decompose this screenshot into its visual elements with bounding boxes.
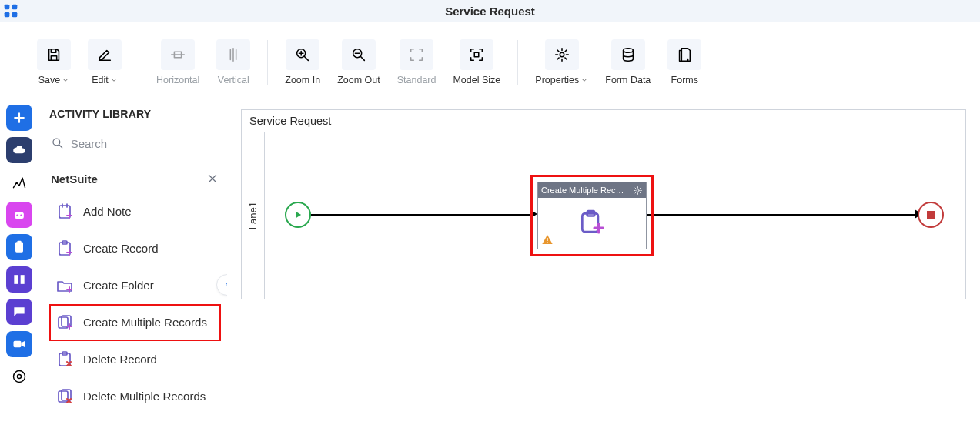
frame-icon <box>400 39 433 70</box>
warning-icon <box>541 233 554 246</box>
end-node[interactable] <box>918 202 944 228</box>
flow-connector <box>311 214 533 216</box>
svg-point-6 <box>560 52 564 57</box>
lane-content[interactable]: Create Multiple Reco... <box>265 132 965 299</box>
zoom-in-button[interactable]: Zoom In <box>279 36 326 89</box>
model-size-icon <box>460 39 493 70</box>
activity-label: Delete Multiple Records <box>83 390 206 404</box>
analytics-icon <box>12 175 27 190</box>
process-title: Service Request <box>242 110 965 132</box>
svg-point-17 <box>17 375 21 379</box>
stop-icon <box>927 211 935 219</box>
flow-connector <box>642 214 918 216</box>
activity-add-note[interactable]: Add Note <box>49 193 221 230</box>
multi-record-add-icon <box>577 209 607 238</box>
align-vertical-button: Vertical <box>210 36 256 89</box>
form-data-button[interactable]: Form Data <box>599 36 657 89</box>
svg-point-28 <box>637 189 639 191</box>
svg-point-10 <box>20 215 22 217</box>
forms-icon <box>667 39 701 70</box>
align-vertical-icon <box>216 39 250 70</box>
page-title: Service Request <box>445 5 535 18</box>
chat-icon <box>12 304 27 320</box>
process-canvas[interactable]: Service Request Lane1 Create Multiple Re <box>227 95 980 435</box>
svg-rect-11 <box>15 242 23 252</box>
save-icon <box>37 39 71 70</box>
rail-analytics-button[interactable] <box>6 169 32 196</box>
play-icon <box>293 209 303 220</box>
gear-icon[interactable] <box>633 186 643 196</box>
cloud-icon <box>12 142 27 158</box>
plus-icon <box>12 110 27 125</box>
activity-library-sidebar: ACTIVITY LIBRARY NetSuite Add Note Creat… <box>38 95 227 435</box>
chevron-down-icon <box>580 76 588 84</box>
activity-node-title: Create Multiple Reco... <box>541 186 626 195</box>
save-button[interactable]: Save <box>31 36 77 89</box>
category-name: NetSuite <box>51 172 98 186</box>
gear-icon <box>545 39 579 70</box>
svg-point-7 <box>623 48 633 52</box>
properties-button[interactable]: Properties <box>529 36 594 89</box>
activity-label: Delete Record <box>83 353 157 367</box>
bot-icon <box>12 207 27 223</box>
svg-rect-8 <box>15 212 24 219</box>
record-delete-icon <box>55 350 74 369</box>
svg-rect-3 <box>12 12 18 18</box>
gear-icon <box>12 369 27 384</box>
multi-record-add-icon <box>55 313 74 332</box>
activity-delete-record[interactable]: Delete Record <box>49 341 221 378</box>
rail-bot-button[interactable] <box>6 202 32 228</box>
note-add-icon <box>55 202 74 221</box>
svg-rect-31 <box>547 238 547 241</box>
activity-create-record[interactable]: Create Record <box>49 230 221 267</box>
svg-rect-14 <box>20 275 24 284</box>
sidebar-title: ACTIVITY LIBRARY <box>49 108 221 120</box>
rail-cloud-button[interactable] <box>6 137 32 163</box>
model-size-button[interactable]: Model Size <box>447 36 507 89</box>
svg-point-16 <box>13 371 25 383</box>
rail-clipboard-button[interactable] <box>6 234 32 260</box>
edit-button[interactable]: Edit <box>82 36 128 89</box>
multi-record-delete-icon <box>55 387 74 406</box>
svg-point-18 <box>53 139 60 146</box>
rail-settings-button[interactable] <box>6 363 32 390</box>
activity-delete-multiple-records[interactable]: Delete Multiple Records <box>49 378 221 415</box>
activity-create-multiple-records[interactable]: Create Multiple Records <box>49 304 221 341</box>
activity-create-folder[interactable]: Create Folder <box>49 267 221 304</box>
start-node[interactable] <box>285 202 311 228</box>
left-rail <box>0 95 38 435</box>
folder-add-icon <box>55 276 74 295</box>
clipboard-icon <box>12 239 27 255</box>
toolbar: Save Edit Horizontal Vertical Zoom In <box>0 22 980 95</box>
svg-rect-32 <box>547 242 547 243</box>
svg-rect-0 <box>5 5 10 10</box>
svg-rect-1 <box>12 5 18 10</box>
search-icon <box>51 136 65 151</box>
video-icon <box>12 336 27 352</box>
svg-rect-2 <box>5 12 10 18</box>
rail-video-button[interactable] <box>6 331 32 357</box>
search-input[interactable] <box>71 137 219 150</box>
align-horizontal-button: Horizontal <box>150 36 206 89</box>
chevron-down-icon <box>62 76 69 84</box>
activity-node[interactable]: Create Multiple Reco... <box>537 182 647 249</box>
columns-icon <box>12 272 27 287</box>
activity-label: Create Record <box>83 242 159 256</box>
record-add-icon <box>55 239 74 258</box>
chevron-down-icon <box>110 76 118 84</box>
align-horizontal-icon <box>161 39 195 70</box>
forms-button[interactable]: Forms <box>661 36 707 89</box>
zoom-out-button[interactable]: Zoom Out <box>331 36 386 89</box>
activity-label: Add Note <box>83 205 132 219</box>
app-logo[interactable] <box>0 0 22 22</box>
lane-label: Lane1 <box>242 132 265 299</box>
zoom-in-icon <box>286 39 319 70</box>
rail-add-button[interactable] <box>6 105 32 131</box>
zoom-out-icon <box>342 39 376 70</box>
svg-point-9 <box>16 215 18 217</box>
activity-label: Create Folder <box>83 279 154 293</box>
rail-chat-button[interactable] <box>6 299 32 325</box>
svg-rect-12 <box>17 241 21 243</box>
rail-columns-button[interactable] <box>6 266 32 293</box>
close-icon[interactable] <box>206 172 219 186</box>
